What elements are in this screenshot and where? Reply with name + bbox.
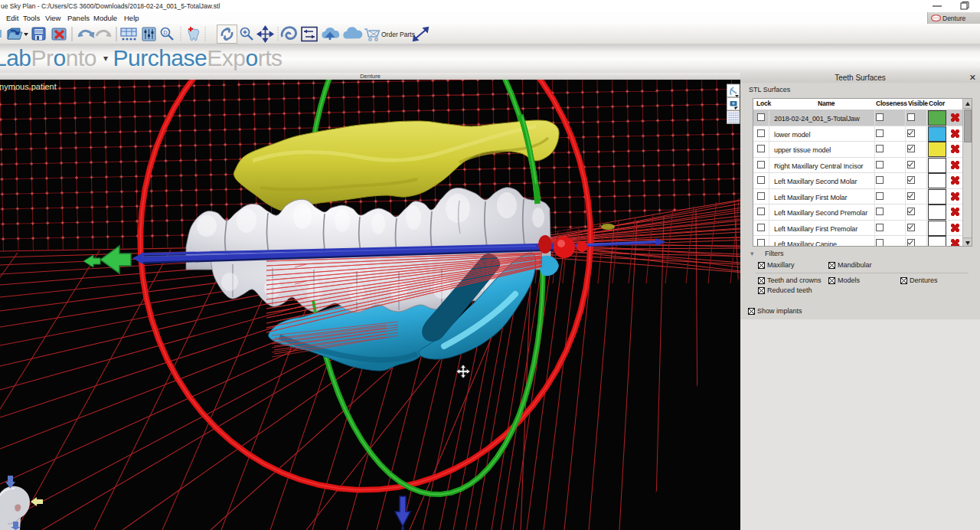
- svg-text:Order Parts: Order Parts: [381, 31, 415, 38]
- svg-text:D: D: [164, 30, 168, 35]
- svg-text:onymous patient: onymous patient: [0, 82, 57, 91]
